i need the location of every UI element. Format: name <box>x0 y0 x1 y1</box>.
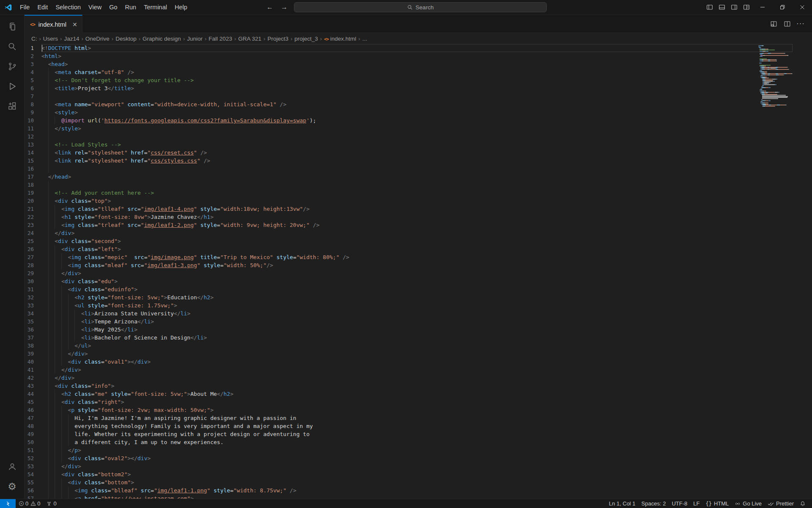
breadcrumb-item[interactable]: project_3 <box>294 36 318 42</box>
minimize-button[interactable] <box>752 0 772 14</box>
menu-terminal[interactable]: Terminal <box>140 0 171 15</box>
editor-more-actions-icon[interactable]: ··· <box>794 17 807 30</box>
restore-button[interactable] <box>772 0 792 14</box>
status-eol[interactable]: LF <box>690 499 702 508</box>
code-line-24[interactable]: 24</div> <box>25 229 812 237</box>
breadcrumb-item[interactable]: GRA 321 <box>238 36 262 42</box>
code-line-3[interactable]: 3<head> <box>25 60 812 68</box>
code-line-34[interactable]: 34<li>Arizona State University</li> <box>25 309 812 318</box>
toggle-secondary-sidebar-icon[interactable] <box>728 0 740 14</box>
tab-index-html[interactable]: <> index.html ✕ <box>25 15 82 33</box>
code-line-21[interactable]: 21<img class="tlleaf" src="img/leaf1-4.p… <box>25 205 812 213</box>
code-line-12[interactable]: 12 <box>25 133 812 141</box>
toggle-primary-sidebar-icon[interactable] <box>703 0 716 14</box>
customize-layout-icon[interactable] <box>740 0 752 14</box>
ports-indicator[interactable]: 0 <box>43 499 59 508</box>
code-line-28[interactable]: 28<img class="mleaf" src="img/leaf1-3.pn… <box>25 261 812 269</box>
code-line-56[interactable]: 56<img class="blleaf" src="img/leaf1-1.p… <box>25 486 812 494</box>
breadcrumb-item[interactable]: ... <box>362 36 368 42</box>
menu-help[interactable]: Help <box>171 0 191 15</box>
code-line-39[interactable]: 39</div> <box>25 350 812 358</box>
close-window-button[interactable] <box>792 0 812 14</box>
code-line-11[interactable]: 11</style> <box>25 124 812 133</box>
code-line-41[interactable]: 41</div> <box>25 366 812 374</box>
menu-run[interactable]: Run <box>121 0 140 15</box>
code-line-42[interactable]: 42</div> <box>25 374 812 382</box>
source-control-icon[interactable] <box>2 56 22 76</box>
code-line-54[interactable]: 54<div class="bottom2"> <box>25 470 812 478</box>
notifications-bell[interactable] <box>797 499 809 508</box>
problems-indicator[interactable]: 0 0 <box>16 499 43 508</box>
breadcrumb-item[interactable]: OneDrive <box>85 36 110 42</box>
breadcrumb-item[interactable]: Jaz14 <box>63 36 80 42</box>
command-center-search[interactable]: Search <box>294 2 547 12</box>
breadcrumb-item[interactable]: Desktop <box>115 36 137 42</box>
breadcrumb-item[interactable]: <>index.html <box>324 36 357 42</box>
split-editor-search-icon[interactable] <box>767 17 780 30</box>
code-line-50[interactable]: 50a different city, I am up to new exper… <box>25 438 812 446</box>
breadcrumb-item[interactable]: Junior <box>187 36 203 42</box>
code-line-46[interactable]: 46<p style="font-size: 2vw; max-width: 5… <box>25 406 812 414</box>
code-line-52[interactable]: 52<div class="oval2"></div> <box>25 454 812 462</box>
code-line-47[interactable]: 47Hi, I'm Jazmine! I'm an aspiring graph… <box>25 414 812 422</box>
status-go-live[interactable]: Go Live <box>732 499 765 508</box>
menu-go[interactable]: Go <box>105 0 121 15</box>
code-line-16[interactable]: 16 <box>25 165 812 173</box>
toggle-panel-icon[interactable] <box>716 0 728 14</box>
settings-gear-icon[interactable]: ⚙ <box>2 476 22 496</box>
code-line-14[interactable]: 14<link rel="stylesheet" href="css/reset… <box>25 149 812 157</box>
code-line-25[interactable]: 25<div class="second"> <box>25 237 812 245</box>
code-line-8[interactable]: 8<meta name="viewport" content="width=de… <box>25 100 812 108</box>
code-line-19[interactable]: 19<!-- Add your content here --> <box>25 189 812 197</box>
status-encoding[interactable]: UTF-8 <box>669 499 690 508</box>
menu-file[interactable]: File <box>16 0 33 15</box>
code-line-2[interactable]: 2<html> <box>25 52 812 60</box>
explorer-icon[interactable] <box>2 17 22 36</box>
code-line-36[interactable]: 36<li>May 2025</li> <box>25 326 812 334</box>
code-line-57[interactable]: 57<a href="https://www.instagram.com"> <box>25 494 812 499</box>
code-line-44[interactable]: 44<h2 class="me" style="font-size: 5vw;"… <box>25 390 812 398</box>
menu-edit[interactable]: Edit <box>33 0 52 15</box>
code-line-5[interactable]: 5<!-- Don't forget to change your title … <box>25 76 812 84</box>
history-forward-icon[interactable]: → <box>280 3 289 11</box>
code-line-45[interactable]: 45<div class="right"> <box>25 398 812 406</box>
code-line-27[interactable]: 27<img class="mepic" src="img/image.png"… <box>25 253 812 261</box>
breadcrumb-item[interactable]: Users <box>43 36 58 42</box>
minimap[interactable] <box>758 45 798 107</box>
code-line-48[interactable]: 48everything technology! Family is very … <box>25 422 812 430</box>
code-line-43[interactable]: 43<div class="info"> <box>25 382 812 390</box>
code-line-38[interactable]: 38</ul> <box>25 342 812 350</box>
split-editor-icon[interactable] <box>781 17 793 30</box>
extensions-icon[interactable] <box>2 96 22 116</box>
code-line-30[interactable]: 30<div class="edu"> <box>25 277 812 285</box>
code-line-32[interactable]: 32<h2 style="font-size: 5vw;">Education<… <box>25 293 812 301</box>
code-line-55[interactable]: 55<div class="bottom"> <box>25 478 812 486</box>
code-line-29[interactable]: 29</div> <box>25 269 812 277</box>
breadcrumb-item[interactable]: Fall 2023 <box>208 36 233 42</box>
editor[interactable]: 1<!DOCTYPE html>2<html>3<head>4<meta cha… <box>25 44 812 499</box>
code-line-20[interactable]: 20<div class="top"> <box>25 197 812 205</box>
code-line-23[interactable]: 23<img class="trleaf" src="img/leaf1-2.p… <box>25 221 812 229</box>
breadcrumb-item[interactable]: Graphic design <box>142 36 181 42</box>
code-line-33[interactable]: 33<ul style="font-size: 1.75vw;"> <box>25 301 812 309</box>
menu-selection[interactable]: Selection <box>52 0 85 15</box>
status-prettier[interactable]: Prettier <box>765 499 797 508</box>
code-line-53[interactable]: 53</div> <box>25 462 812 470</box>
code-line-31[interactable]: 31<div class="eduinfo"> <box>25 285 812 293</box>
code-line-37[interactable]: 37<li>Bachelor of Science in Design</li> <box>25 334 812 342</box>
run-debug-icon[interactable] <box>2 76 22 96</box>
remote-indicator[interactable] <box>0 499 16 508</box>
code-line-4[interactable]: 4<meta charset="utf-8" /> <box>25 68 812 76</box>
search-sidebar-icon[interactable] <box>2 36 22 56</box>
code-line-10[interactable]: 10@import url('https://fonts.googleapis.… <box>25 116 812 124</box>
close-tab-icon[interactable]: ✕ <box>72 21 77 28</box>
breadcrumb-item[interactable]: Project3 <box>267 36 289 42</box>
code-line-22[interactable]: 22<h1 style="font-size: 8vw">Jazmine Cha… <box>25 213 812 221</box>
history-back-icon[interactable]: ← <box>265 3 274 11</box>
code-line-51[interactable]: 51</p> <box>25 446 812 454</box>
code-line-26[interactable]: 26<div class="left"> <box>25 245 812 253</box>
account-icon[interactable] <box>2 456 22 476</box>
code-line-15[interactable]: 15<link rel="stylesheet" href="css/style… <box>25 157 812 165</box>
code-line-49[interactable]: 49life. Whether its experimenting with a… <box>25 430 812 438</box>
code-line-17[interactable]: 17</head> <box>25 173 812 181</box>
